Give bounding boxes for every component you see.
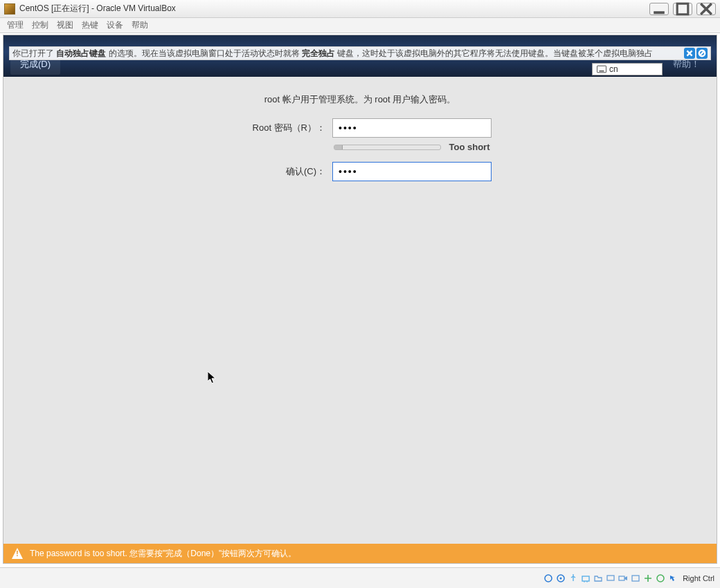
svg-point-26 [657,575,664,582]
minimize-button[interactable] [649,3,669,15]
status-recording-icon[interactable] [618,573,629,584]
warning-icon: ! [12,548,23,559]
svg-rect-1 [677,3,688,15]
confirm-password-label: 确认(C)： [228,165,325,178]
form-instruction: root 帐户用于管理系统。为 root 用户输入密码。 [3,93,717,106]
maximize-button[interactable] [673,3,692,15]
svg-rect-23 [607,576,614,580]
virtualbox-statusbar: Right Ctrl [0,567,720,588]
kb-msg-mid: 的选项。现在当该虚拟电脑窗口处于活动状态时就将 [109,48,300,59]
svg-rect-20 [582,576,589,581]
close-button[interactable] [696,3,716,15]
virtualbox-app-icon [4,3,15,15]
status-optical-icon[interactable] [555,573,566,584]
svg-rect-4 [597,66,606,73]
warning-text: The password is too short. 您需要按"完成（Done）… [30,548,296,560]
status-network-icon[interactable] [580,573,591,584]
status-display-icon[interactable] [605,573,616,584]
root-password-row: Root 密码（R）： [3,118,717,138]
guest-display: 完成(D) 帮助！ cn 你已打开了 自动独占键盘 的选项。现在当该虚拟电脑窗口… [3,35,717,564]
status-hdd-icon[interactable] [543,573,554,584]
keyboard-layout-label: cn [609,64,618,74]
keyboard-capture-message: 你已打开了 自动独占键盘 的选项。现在当该虚拟电脑窗口处于活动状态时就将 完全独… [9,46,711,60]
menu-manage[interactable]: 管理 [7,19,24,31]
menu-hotkeys[interactable]: 热键 [82,19,98,31]
kb-msg-bold1: 自动独占键盘 [56,48,106,59]
host-key-label: Right Ctrl [683,574,714,582]
svg-rect-24 [619,576,624,580]
menu-control[interactable]: 控制 [32,19,48,31]
password-strength-row: Too short [3,142,717,152]
root-password-label: Root 密码（R）： [228,122,325,134]
installer-header: 完成(D) 帮助！ cn 你已打开了 自动独占键盘 的选项。现在当该虚拟电脑窗口… [3,35,717,77]
status-mouse-icon[interactable] [667,573,678,584]
keyboard-layout-indicator[interactable]: cn [592,63,663,75]
root-password-form: root 帐户用于管理系统。为 root 用户输入密码。 Root 密码（R）：… [3,77,717,181]
status-drag-icon[interactable] [655,573,666,584]
warning-bar: ! The password is too short. 您需要按"完成（Don… [3,544,717,563]
confirm-password-row: 确认(C)： [3,162,717,181]
menu-view[interactable]: 视图 [57,19,73,31]
svg-rect-25 [632,576,639,581]
password-strength-meter [334,145,441,150]
menu-help[interactable]: 帮助 [132,19,148,31]
kb-msg-bold2: 完全独占 [302,48,335,59]
root-password-input[interactable] [332,118,492,138]
virtualbox-menubar: 管理 控制 视图 热键 设备 帮助 [0,18,720,33]
window-controls [649,3,716,15]
done-button[interactable]: 完成(D) [10,54,60,75]
virtualbox-titlebar: CentOS [正在运行] - Oracle VM VirtualBox [0,0,720,18]
svg-point-17 [545,575,552,582]
menu-devices[interactable]: 设备 [107,19,123,31]
help-button[interactable]: 帮助！ [663,54,710,75]
window-title: CentOS [正在运行] - Oracle VM VirtualBox [19,3,649,15]
status-clipboard-icon[interactable] [642,573,654,584]
password-strength-text: Too short [449,142,491,152]
kb-msg-suffix: 键盘，这时处于该虚拟电脑外的其它程序将无法使用键盘。当键盘被某个虚拟电脑独占 [337,48,653,59]
keyboard-icon [597,65,606,73]
status-shared-folder-icon[interactable] [593,573,604,584]
status-usb-icon[interactable] [568,573,579,584]
status-audio-icon[interactable] [630,573,641,584]
confirm-password-input[interactable] [332,162,492,181]
svg-point-19 [560,577,562,579]
